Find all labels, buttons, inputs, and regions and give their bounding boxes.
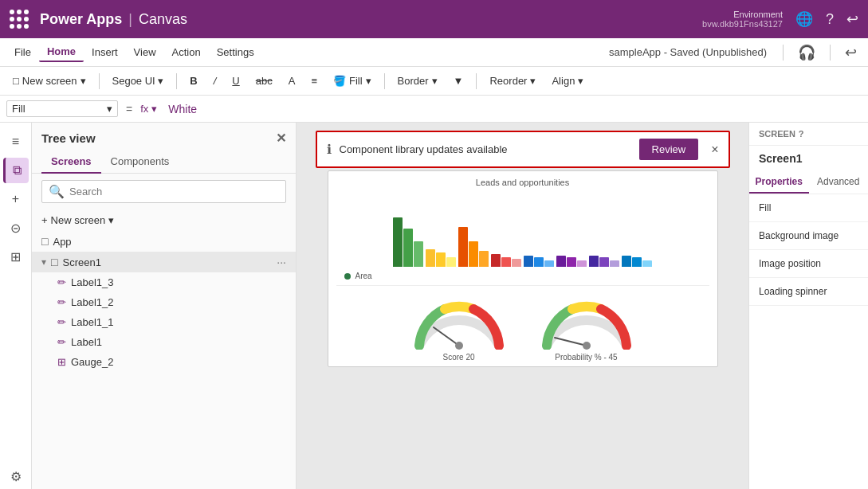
tree-items: □ App ▾ □ Screen1 ··· ✏ Label1_3 ✏ Label…: [32, 231, 296, 489]
bar-chart: [328, 190, 717, 270]
tab-advanced[interactable]: Advanced: [809, 171, 869, 194]
screen-header: SCREEN ?: [749, 123, 868, 146]
bar-5a: [524, 256, 533, 267]
menu-action[interactable]: Action: [164, 43, 209, 61]
bar-7c: [610, 260, 619, 267]
new-screen-button[interactable]: □ New screen ▾: [6, 73, 92, 88]
tree-item-label1[interactable]: ✏ Label1: [32, 332, 296, 352]
align-button[interactable]: Align ▾: [545, 73, 590, 88]
menu-home[interactable]: Home: [39, 42, 84, 62]
tab-properties[interactable]: Properties: [749, 171, 809, 194]
plus-icon[interactable]: +: [3, 186, 29, 212]
bar-2a: [426, 249, 435, 267]
new-screen-tree-button[interactable]: + New screen ▾: [32, 209, 296, 231]
bar-5c: [544, 260, 554, 267]
layers-icon[interactable]: ⧉: [3, 158, 29, 183]
property-dropdown[interactable]: Fill ▾: [6, 100, 118, 117]
property-label: Fill: [12, 103, 26, 115]
app-logo: Power Apps: [40, 11, 122, 28]
tree-item-app[interactable]: □ App: [32, 231, 296, 252]
toolbar-div2: [176, 73, 177, 89]
strikethrough-button[interactable]: abc: [249, 73, 279, 88]
screen1-label: Screen1: [62, 256, 100, 268]
fx-button[interactable]: fx ▾: [140, 103, 157, 115]
bar-group-3: [458, 227, 489, 267]
undo-menu-icon[interactable]: ↩: [840, 42, 862, 63]
tree-item-label1-3[interactable]: ✏ Label1_3: [32, 272, 296, 292]
canvas-label: Canvas: [139, 11, 187, 28]
bar-group-5: [524, 256, 554, 267]
new-screen-tree-label: New screen: [51, 214, 106, 226]
gauge-row: Score 20: [328, 286, 717, 366]
align-text-button[interactable]: ≡: [304, 73, 324, 88]
search-input[interactable]: [69, 186, 279, 198]
menu-file[interactable]: File: [6, 43, 39, 61]
bar-group-7: [589, 256, 619, 267]
bar-3c: [479, 251, 489, 267]
tab-screens[interactable]: Screens: [41, 151, 101, 174]
gauge1-label: Score 20: [442, 353, 474, 362]
prop-image-position: Image position: [749, 250, 868, 278]
down-arrow-button[interactable]: ▼: [447, 73, 470, 88]
svg-line-2: [555, 338, 587, 346]
prop-loading-spinner: Loading spinner: [749, 278, 868, 306]
undo-icon[interactable]: ↩: [846, 10, 858, 28]
gauge2-label: Probability % - 45: [555, 353, 617, 362]
bar-1c: [414, 241, 423, 267]
screen1-chevron: ▾: [41, 256, 46, 268]
underline-button[interactable]: U: [226, 73, 245, 88]
tab-components[interactable]: Components: [101, 151, 179, 174]
waffle-icon[interactable]: [10, 10, 29, 29]
property-chevron: ▾: [107, 103, 112, 115]
menu-insert[interactable]: Insert: [84, 43, 126, 61]
logo-separator: |: [128, 11, 132, 28]
font-selector[interactable]: Segoe UI ▾: [106, 73, 171, 88]
screen1-more-button[interactable]: ···: [277, 256, 286, 268]
review-button[interactable]: Review: [639, 139, 699, 160]
toolbar-div1: [99, 73, 100, 89]
tools-icon[interactable]: ⚙: [3, 464, 29, 489]
reorder-button[interactable]: Reorder ▾: [483, 73, 542, 88]
tree-item-gauge2[interactable]: ⊞ Gauge_2: [32, 352, 296, 372]
bar-3b: [469, 241, 478, 267]
screen-help-icon[interactable]: ?: [799, 129, 804, 139]
menu-view[interactable]: View: [126, 43, 164, 61]
hamburger-icon[interactable]: ≡: [3, 129, 29, 155]
tree-item-label1-2[interactable]: ✏ Label1_2: [32, 292, 296, 312]
tree-close-button[interactable]: ✕: [276, 131, 286, 146]
topbar: Power Apps | Canvas Environment bvw.dkb9…: [0, 0, 868, 38]
bar-6c: [577, 260, 587, 267]
toolbar-div3: [384, 73, 385, 89]
bold-button[interactable]: B: [183, 73, 203, 88]
app-label: App: [53, 236, 71, 248]
search-box[interactable]: 🔍: [41, 180, 286, 203]
border-button[interactable]: Border ▾: [391, 73, 444, 88]
notification-banner: ℹ Component library updates available Re…: [316, 131, 730, 168]
new-screen-chevron: ▾: [108, 214, 114, 226]
formula-value[interactable]: White: [162, 103, 197, 115]
font-color-button[interactable]: A: [282, 73, 302, 88]
headset-icon[interactable]: 🎧: [793, 42, 820, 63]
canvas-preview: Leads and opportunities: [328, 170, 718, 367]
bar-2c: [446, 257, 456, 267]
env-label: Environment: [702, 10, 783, 19]
label-icon: ✏: [57, 276, 66, 288]
bar-4a: [491, 254, 501, 267]
menu-settings[interactable]: Settings: [209, 43, 262, 61]
globe-icon[interactable]: 🌐: [795, 10, 813, 28]
notification-text: Component library updates available: [340, 143, 631, 155]
bar-7a: [589, 256, 599, 267]
notification-close-button[interactable]: ×: [711, 143, 718, 157]
gauge2-text: Gauge_2: [71, 356, 114, 368]
component-icon[interactable]: ⊞: [3, 244, 29, 269]
screen-label: SCREEN: [759, 129, 795, 139]
help-icon[interactable]: ?: [826, 11, 834, 28]
left-sidebar-icons: ≡ ⧉ + ⊝ ⊞ ⚙: [0, 123, 32, 489]
database-icon[interactable]: ⊝: [3, 215, 29, 241]
tree-item-screen1[interactable]: ▾ □ Screen1 ···: [32, 252, 296, 272]
bar-6a: [556, 256, 566, 267]
italic-button[interactable]: /: [207, 73, 223, 88]
tree-panel: Tree view ✕ Screens Components 🔍 + New s…: [32, 123, 297, 489]
fill-button[interactable]: 🪣 Fill ▾: [327, 73, 378, 88]
tree-item-label1-1[interactable]: ✏ Label1_1: [32, 312, 296, 332]
